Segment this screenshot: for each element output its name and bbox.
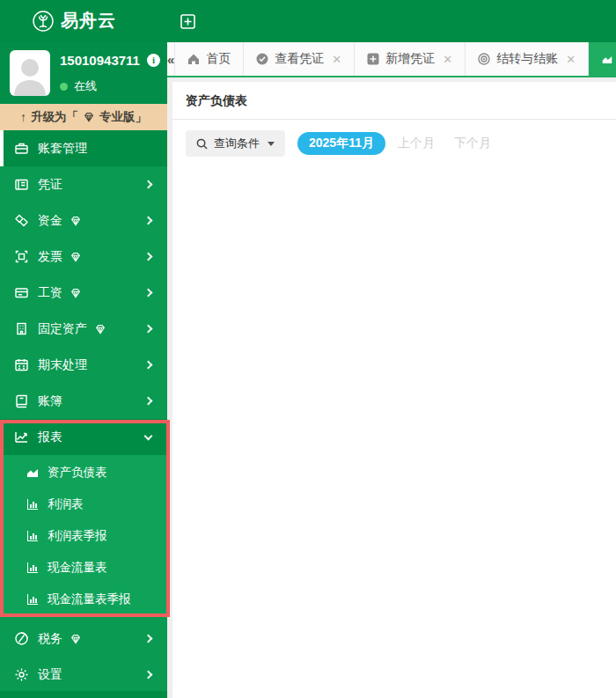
chevron-right-icon bbox=[144, 325, 153, 334]
premium-gem-icon bbox=[94, 323, 106, 335]
tab-label: 结转与结账 bbox=[496, 51, 558, 67]
chevron-down-icon bbox=[144, 431, 153, 440]
target-icon bbox=[478, 53, 490, 65]
online-dot-icon bbox=[60, 83, 68, 91]
calendar-icon bbox=[14, 357, 29, 372]
chevron-right-icon bbox=[144, 253, 153, 261]
online-label: 在线 bbox=[74, 78, 97, 94]
main-area: « 首页 查看凭证 ✕ 新增凭证 ✕ bbox=[167, 42, 616, 698]
chevron-right-icon bbox=[144, 289, 153, 298]
sidebar-item-invoices[interactable]: 发票 bbox=[0, 239, 167, 275]
tab-new-voucher[interactable]: 新增凭证 ✕ bbox=[355, 42, 466, 76]
logo-text: 易舟云 bbox=[61, 9, 116, 33]
bar-chart-icon bbox=[26, 592, 40, 606]
submenu-item-label: 现金流量表 bbox=[48, 560, 107, 576]
sidebar-item-settings[interactable]: 设置 bbox=[0, 657, 167, 693]
close-icon[interactable]: ✕ bbox=[332, 53, 341, 66]
tab-label: 查看凭证 bbox=[275, 51, 324, 67]
app-grid-icon[interactable] bbox=[180, 13, 196, 30]
sidebar-item-fixed-assets[interactable]: 固定资产 bbox=[0, 311, 167, 347]
next-month-link[interactable]: 下个月 bbox=[454, 136, 491, 151]
sidebar-item-label: 账簿 bbox=[38, 393, 62, 409]
sidebar-item-label: 账套管理 bbox=[38, 141, 87, 157]
briefcase-icon bbox=[14, 141, 29, 156]
sidebar-item-account-books[interactable]: 账套管理 bbox=[0, 130, 167, 166]
balance-sheet-panel: 资产负债表 查询条件 2025年11月 上个月 下个月 bbox=[172, 82, 616, 698]
bar-chart-icon bbox=[26, 561, 40, 575]
app-window: 易舟云 15010943711 i 在线 ↑ 升级为「 bbox=[0, 0, 616, 698]
chevron-right-icon bbox=[144, 397, 153, 406]
reports-submenu: 资产负债表 利润表 利润表季报 bbox=[0, 455, 167, 617]
book-icon bbox=[14, 393, 29, 408]
bar-chart-icon bbox=[26, 529, 40, 543]
submenu-item-income-statement-quarterly[interactable]: 利润表季报 bbox=[0, 520, 167, 552]
submenu-item-label: 利润表季报 bbox=[48, 528, 107, 544]
home-icon bbox=[187, 53, 200, 65]
query-button-label: 查询条件 bbox=[214, 136, 260, 151]
premium-gem-icon bbox=[70, 633, 82, 645]
sidebar-item-period-end[interactable]: 期末处理 bbox=[0, 347, 167, 383]
sidebar: 15010943711 i 在线 ↑ 升级为「 专业版」 账套管理 bbox=[0, 42, 167, 698]
submenu-item-label: 利润表 bbox=[48, 496, 84, 512]
period-badge[interactable]: 2025年11月 bbox=[297, 132, 385, 155]
chevron-right-icon bbox=[144, 361, 153, 370]
tab-label: 首页 bbox=[206, 51, 231, 67]
sidebar-item-label: 设置 bbox=[38, 667, 62, 683]
tabs-scroll-left-button[interactable]: « bbox=[167, 42, 175, 76]
search-icon bbox=[196, 138, 208, 150]
sidebar-item-reports[interactable]: 报表 bbox=[0, 419, 167, 455]
close-icon[interactable]: ✕ bbox=[566, 53, 576, 66]
chevron-right-icon bbox=[144, 635, 153, 643]
upgrade-banner[interactable]: ↑ 升级为「 专业版」 bbox=[0, 104, 167, 130]
tab-closing[interactable]: 结转与结账 ✕ bbox=[466, 42, 589, 76]
chevron-right-icon bbox=[144, 180, 153, 189]
sidebar-item-payroll[interactable]: 工资 bbox=[0, 275, 167, 311]
toolbar: 查询条件 2025年11月 上个月 下个月 bbox=[172, 120, 616, 167]
area-chart-icon bbox=[26, 466, 40, 480]
submenu-item-income-statement[interactable]: 利润表 bbox=[0, 489, 167, 520]
page-title: 资产负债表 bbox=[186, 93, 247, 107]
sidebar-item-label: 期末处理 bbox=[38, 357, 87, 373]
gear-icon bbox=[14, 667, 29, 682]
submenu-item-balance-sheet[interactable]: 资产负债表 bbox=[0, 457, 167, 489]
chevron-right-icon bbox=[144, 217, 153, 225]
premium-gem-icon bbox=[83, 111, 95, 123]
chevron-right-icon bbox=[144, 671, 153, 680]
premium-gem-icon bbox=[70, 287, 82, 299]
bar-chart-icon bbox=[26, 497, 40, 511]
info-icon[interactable]: i bbox=[147, 54, 160, 67]
sidebar-item-label: 资金 bbox=[38, 213, 62, 229]
prev-month-link[interactable]: 上个月 bbox=[398, 136, 435, 151]
sidebar-item-funds[interactable]: 资金 bbox=[0, 202, 167, 239]
upgrade-text-after: 专业版」 bbox=[99, 109, 147, 125]
tax-circle-icon bbox=[14, 631, 29, 646]
panel-header: 资产负债表 bbox=[172, 82, 616, 120]
tab-view-voucher[interactable]: 查看凭证 ✕ bbox=[244, 42, 355, 76]
line-chart-icon bbox=[14, 430, 29, 445]
scan-frame-icon bbox=[14, 249, 29, 264]
sidebar-item-vouchers[interactable]: 凭证 bbox=[0, 166, 167, 202]
premium-gem-icon bbox=[70, 215, 82, 227]
upgrade-text-before: 升级为「 bbox=[31, 109, 78, 125]
sidebar-item-label: 工资 bbox=[38, 285, 62, 301]
submenu-item-cash-flow[interactable]: 现金流量表 bbox=[0, 552, 167, 584]
app-logo: 易舟云 bbox=[32, 9, 116, 33]
up-arrow-icon: ↑ bbox=[20, 110, 26, 124]
avatar[interactable] bbox=[10, 50, 50, 96]
query-conditions-button[interactable]: 查询条件 bbox=[186, 130, 285, 157]
sidebar-menu: 账套管理 凭证 资金 bbox=[0, 130, 167, 693]
sidebar-item-ledgers[interactable]: 账簿 bbox=[0, 383, 167, 419]
tab-home[interactable]: 首页 bbox=[175, 42, 244, 76]
tab-balance-sheet[interactable]: 资产负债表 bbox=[589, 42, 616, 76]
sidebar-item-label: 报表 bbox=[38, 430, 62, 445]
tab-label: 新增凭证 bbox=[385, 51, 435, 67]
sidebar-item-tax[interactable]: 税务 bbox=[0, 621, 167, 657]
sidebar-item-label: 税务 bbox=[38, 631, 62, 647]
top-bar: 易舟云 bbox=[0, 0, 616, 42]
logo-emblem-icon bbox=[32, 10, 55, 33]
journal-icon bbox=[14, 177, 29, 192]
area-chart-icon bbox=[601, 53, 613, 65]
sidebar-item-label: 凭证 bbox=[38, 177, 62, 193]
close-icon[interactable]: ✕ bbox=[443, 53, 452, 66]
submenu-item-cash-flow-quarterly[interactable]: 现金流量表季报 bbox=[0, 584, 167, 615]
